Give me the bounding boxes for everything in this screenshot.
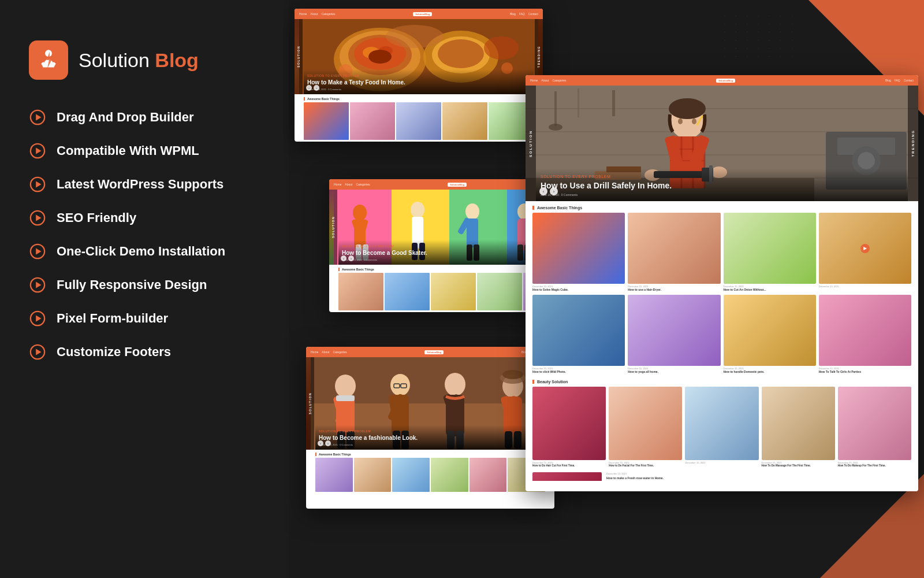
ss3-card-5 <box>470 458 507 492</box>
feature-item-demo: One-Click Demo Installation <box>29 243 260 260</box>
svg-marker-16 <box>36 349 41 355</box>
logo-text: Solution Blog <box>79 49 199 72</box>
svg-point-124 <box>669 98 706 119</box>
ss1-navbar: Home About Categories SolutionBlog Blog … <box>295 9 543 19</box>
ss3-next-arrow[interactable]: › <box>325 440 331 446</box>
ss3-card-4 <box>431 458 468 492</box>
ss4-card-onion-img <box>724 213 816 284</box>
ss4-beauty-img-3 <box>685 387 758 460</box>
ss2-nav-about: About <box>345 183 352 186</box>
svg-point-126 <box>692 118 696 124</box>
ss4-nav-logo: SolutionBlog <box>716 79 735 83</box>
ss1-nav-about: About <box>310 12 318 16</box>
ss3-prev-arrow[interactable]: ‹ <box>318 440 323 446</box>
ss4-nav-contact: Contact <box>904 79 914 82</box>
ss4-beauty-title-4: How To Do Massage For The First Time. <box>762 464 835 468</box>
ss2-solution-label: SOLUTION <box>331 216 335 238</box>
ss2-card-1 <box>338 273 383 310</box>
ss4-card-yoga-title: How to yoga all home. <box>628 370 720 374</box>
screenshot-drill-blog: Home About Categories SolutionBlog Blog … <box>526 75 918 491</box>
svg-point-31 <box>484 36 519 60</box>
play-icon-7 <box>29 310 46 327</box>
ss4-card-hair-img <box>628 213 720 284</box>
svg-point-70 <box>390 374 410 396</box>
ss1-card-3 <box>396 102 441 140</box>
svg-marker-4 <box>36 147 41 154</box>
ss4-nav-blog: Blog <box>885 79 891 82</box>
ss3-hero-title: How to Become a fashionable Look. <box>319 434 542 442</box>
screenshot-food-blog: Home About Categories SolutionBlog Blog … <box>295 9 543 142</box>
ss4-beauty-title: Beauty Solution <box>532 380 911 384</box>
ss4-beauty-title-1: How to Do Hair Cut For First Time. <box>532 464 606 468</box>
ss2-nav-home: Home <box>334 183 341 186</box>
ss1-sidebar-solution: SOLUTION <box>295 19 303 94</box>
ss4-play-btn[interactable]: ▶ <box>860 244 870 253</box>
ss1-nav-faq: FAQ <box>519 12 525 16</box>
ss4-card-photo: December 15, 2021 How to click Wild Phot… <box>532 295 625 374</box>
ss4-awesome-title: Awesome Basic Things <box>532 206 911 210</box>
ss4-beauty-cards: December 15, 2021 How to Do Hair Cut For… <box>532 387 911 468</box>
ss4-card-hair: December 15, 2021 How to use a Hair-Drye… <box>628 213 720 292</box>
ss1-hero-meta: December 9, 2021 · 0 Comments <box>307 88 530 91</box>
ss2-prev-arrow[interactable]: ‹ <box>341 255 346 261</box>
ss4-card-video-img: ▶ <box>819 213 911 284</box>
svg-marker-2 <box>36 114 41 120</box>
ss1-trending-label: TRENDING <box>537 46 541 68</box>
ss2-next-arrow[interactable]: › <box>348 255 354 261</box>
svg-rect-102 <box>612 90 615 116</box>
ss4-card-rubik-title: How to Solve Magic Cube. <box>532 288 625 292</box>
ss1-hero-wrap: SOLUTION TO EVERY PROBLEM How to Make a … <box>295 19 543 94</box>
ss1-hero-title: How to Make a Testy Food In Home. <box>307 79 530 86</box>
feature-item-form-builder: Pixel Form-builder <box>29 310 260 327</box>
logo-area: Solution Blog <box>29 40 260 80</box>
ss2-slider-controls: ‹ › <box>341 255 354 261</box>
svg-point-63 <box>335 375 356 398</box>
ss4-beauty-section: Beauty Solution December 15, 2021 How to… <box>526 376 918 470</box>
ss4-nav-about: About <box>541 79 549 82</box>
feature-item-wordpress: Latest WordPress Supports <box>29 176 260 193</box>
ss1-prev-arrow[interactable]: ‹ <box>306 85 312 91</box>
ss4-solution-label: SOLUTION <box>529 130 532 157</box>
ss4-card-pets: December 15, 2021 How to handle Domestic… <box>724 295 816 374</box>
ss4-rose-grid: December 15, 2021 How to make a Fresh ro… <box>532 472 911 481</box>
ss4-beauty-card-2: December 15, 2021 How to Do Facial For T… <box>609 387 682 468</box>
feature-item-wpml: Compatible With WPML <box>29 142 260 160</box>
ss2-nav-categories: Categories <box>356 183 370 186</box>
logo-text-bold: Blog <box>155 49 199 71</box>
ss1-nav-blog: Blog <box>510 12 516 16</box>
svg-marker-12 <box>36 281 41 288</box>
ss3-hero-overlay: SOLUTION TO EVERY PROBLEM How to Become … <box>315 425 545 450</box>
ss4-content: SOLUTION TO EVERY PROBLEM How to Use a D… <box>526 86 918 481</box>
ss4-rose-article: December 15, 2021 How to make a Fresh ro… <box>526 470 918 481</box>
ss1-next-arrow[interactable]: › <box>314 85 319 91</box>
ss4-hero-tag: SOLUTION TO EVERY PROBLEM <box>541 175 903 179</box>
logo-svg <box>36 48 61 72</box>
ss1-card-2 <box>350 102 395 140</box>
ss1-cards-grid <box>304 102 534 140</box>
svg-point-43 <box>411 202 424 218</box>
svg-point-37 <box>353 205 367 221</box>
ss4-nav-categories: Categories <box>552 79 566 82</box>
svg-point-92 <box>502 370 523 379</box>
ss3-hero-tag: SOLUTION TO EVERY PROBLEM <box>319 429 542 433</box>
ss4-beauty-card-3: December 15, 2021 <box>685 387 758 468</box>
ss4-card-pets-title: How to handle Domestic pets. <box>724 370 816 374</box>
ss4-card-pets-img <box>724 295 816 366</box>
ss4-slider-controls: ‹ › <box>539 187 558 195</box>
ss4-beauty-img-4 <box>762 387 835 460</box>
ss3-slider-controls: ‹ › <box>318 440 331 446</box>
ss1-card-1 <box>304 102 349 140</box>
ss1-nav-home: Home <box>299 12 307 16</box>
ss4-next-arrow[interactable]: › <box>550 187 558 195</box>
ss4-hero-overlay: SOLUTION TO EVERY PROBLEM How to Use a D… <box>536 169 908 201</box>
ss4-card-photo-img <box>532 295 625 366</box>
ss4-hero-meta: June 16, 2016 · 0 Comments <box>541 193 903 197</box>
ss4-card-photo-title: How to click Wild Photo. <box>532 370 625 374</box>
feature-item-responsive: Fully Responsive Design <box>29 276 260 294</box>
ss4-card-party-title: How To Talk To Girls At Parties <box>819 370 911 374</box>
ss3-cards-title: Awesome Basic Things <box>315 453 545 456</box>
ss4-prev-arrow[interactable]: ‹ <box>539 187 547 195</box>
svg-point-28 <box>438 39 484 68</box>
play-icon-3 <box>29 176 46 193</box>
ss4-rose-title: How to make a Fresh rose water in Home. <box>606 476 911 480</box>
